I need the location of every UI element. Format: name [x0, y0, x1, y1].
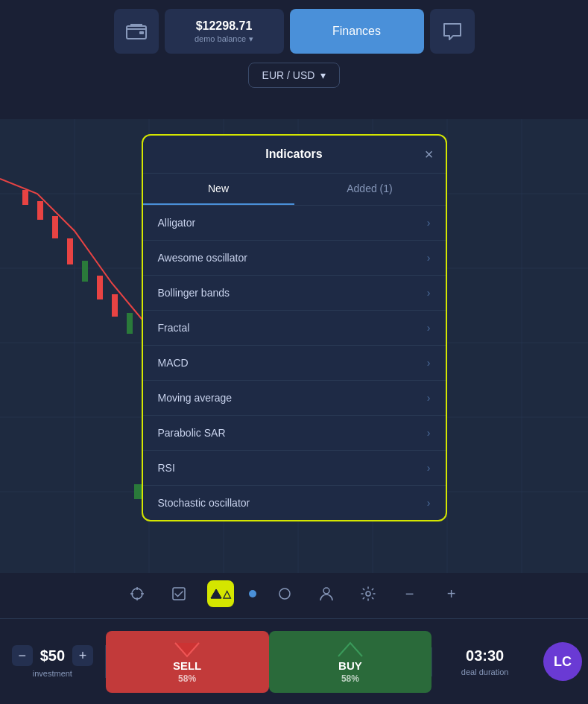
investment-label: investment — [33, 669, 72, 678]
currency-selector-container: EUR / USD ▾ — [0, 63, 588, 103]
decrease-investment-button[interactable]: − — [12, 645, 33, 666]
top-bar: $12298.71 demo balance ▾ Finances — [0, 0, 588, 63]
indicator-item-stochastic-oscillator[interactable]: Stochastic oscillator › — [143, 486, 446, 520]
indicator-list: Alligator › Awesome oscillator › Bolling… — [143, 206, 446, 520]
balance-amount: $12298.71 — [196, 19, 253, 33]
indicator-item-macd[interactable]: MACD › — [143, 346, 446, 381]
chevron-right-icon: › — [427, 357, 431, 369]
sell-button[interactable]: SELL 58% — [106, 631, 269, 693]
svg-rect-20 — [112, 294, 118, 317]
settings-button[interactable] — [355, 580, 382, 607]
chevron-right-icon: › — [427, 462, 431, 474]
indicators-modal: Indicators × New Added (1) Alligator › A… — [142, 134, 447, 521]
bottom-toolbar: △ − + — [0, 573, 588, 615]
investment-column: − $50 + investment — [0, 645, 106, 678]
svg-rect-18 — [82, 261, 88, 282]
person-button[interactable] — [313, 580, 340, 607]
indicator-item-parabolic-sar[interactable]: Parabolic SAR › — [143, 416, 446, 451]
logo-text: LC — [554, 654, 572, 670]
currency-value: EUR / USD — [262, 69, 315, 81]
buy-label: BUY — [338, 659, 362, 672]
chevron-right-icon: › — [427, 427, 431, 439]
indicator-item-awesome-oscillator[interactable]: Awesome oscillator › — [143, 241, 446, 276]
balance-label: demo balance ▾ — [195, 34, 253, 44]
minus-button[interactable]: − — [396, 580, 423, 607]
sell-pct: 58% — [178, 673, 196, 684]
svg-rect-1 — [139, 31, 144, 34]
chevron-right-icon: › — [427, 497, 431, 509]
svg-rect-14 — [22, 190, 28, 205]
indicator-name: Fractal — [158, 322, 190, 334]
investment-controls: − $50 + — [12, 645, 93, 666]
balance-button[interactable]: $12298.71 demo balance ▾ — [165, 9, 284, 54]
trading-panel: − $50 + investment SELL 58% BUY 58% 03:3… — [0, 618, 588, 704]
indicator-item-fractal[interactable]: Fractal › — [143, 311, 446, 346]
indicator-name: Awesome oscillator — [158, 252, 247, 264]
buy-button[interactable]: BUY 58% — [269, 631, 432, 693]
indicator-item-rsi[interactable]: RSI › — [143, 451, 446, 486]
chevron-right-icon: › — [427, 287, 431, 299]
modal-close-button[interactable]: × — [425, 147, 434, 162]
svg-rect-16 — [52, 216, 58, 238]
modal-tabs: New Added (1) — [143, 174, 446, 206]
triangle-button[interactable]: △ — [207, 580, 234, 607]
indicator-name: Bollinger bands — [158, 287, 230, 299]
indicator-name: Parabolic SAR — [158, 427, 226, 439]
duration-column: 03:30 deal duration — [431, 647, 537, 676]
dot-indicator — [249, 590, 256, 597]
indicator-name: MACD — [158, 357, 189, 369]
chevron-right-icon: › — [427, 322, 431, 334]
currency-chevron: ▾ — [320, 69, 326, 81]
circle-button[interactable] — [271, 580, 298, 607]
duration-time: 03:30 — [466, 647, 504, 665]
chevron-right-icon: › — [427, 392, 431, 404]
indicator-item-bollinger-bands[interactable]: Bollinger bands › — [143, 276, 446, 311]
duration-label: deal duration — [461, 667, 509, 676]
currency-selector-button[interactable]: EUR / USD ▾ — [248, 63, 341, 88]
svg-point-27 — [132, 589, 142, 599]
increase-investment-button[interactable]: + — [72, 645, 93, 666]
modal-title: Indicators — [265, 148, 322, 161]
crosshair-button[interactable] — [124, 580, 151, 607]
chevron-right-icon: › — [427, 252, 431, 264]
chat-button[interactable] — [430, 9, 475, 54]
svg-rect-19 — [97, 276, 103, 299]
checkbox-button[interactable] — [165, 580, 192, 607]
indicator-name: Stochastic oscillator — [158, 497, 250, 509]
indicator-name: Moving average — [158, 392, 233, 404]
svg-rect-17 — [67, 238, 73, 264]
svg-rect-15 — [37, 201, 43, 220]
plus-button[interactable]: + — [438, 580, 465, 607]
svg-point-33 — [279, 589, 290, 599]
wallet-button[interactable] — [114, 9, 159, 54]
tab-new[interactable]: New — [143, 174, 294, 205]
indicator-name: RSI — [158, 462, 175, 474]
indicator-name: Alligator — [158, 217, 196, 229]
investment-amount: $50 — [40, 647, 65, 665]
indicator-item-moving-average[interactable]: Moving average › — [143, 381, 446, 416]
sell-label: SELL — [173, 659, 201, 672]
buy-pct: 58% — [341, 673, 359, 684]
indicator-item-alligator[interactable]: Alligator › — [143, 206, 446, 241]
logo-button[interactable]: LC — [543, 642, 582, 681]
modal-header: Indicators × — [143, 136, 446, 174]
svg-rect-21 — [127, 313, 133, 334]
svg-point-34 — [323, 588, 329, 594]
chevron-right-icon: › — [427, 217, 431, 229]
svg-point-35 — [366, 592, 370, 596]
finances-button[interactable]: Finances — [290, 9, 424, 54]
tab-added[interactable]: Added (1) — [294, 174, 446, 205]
